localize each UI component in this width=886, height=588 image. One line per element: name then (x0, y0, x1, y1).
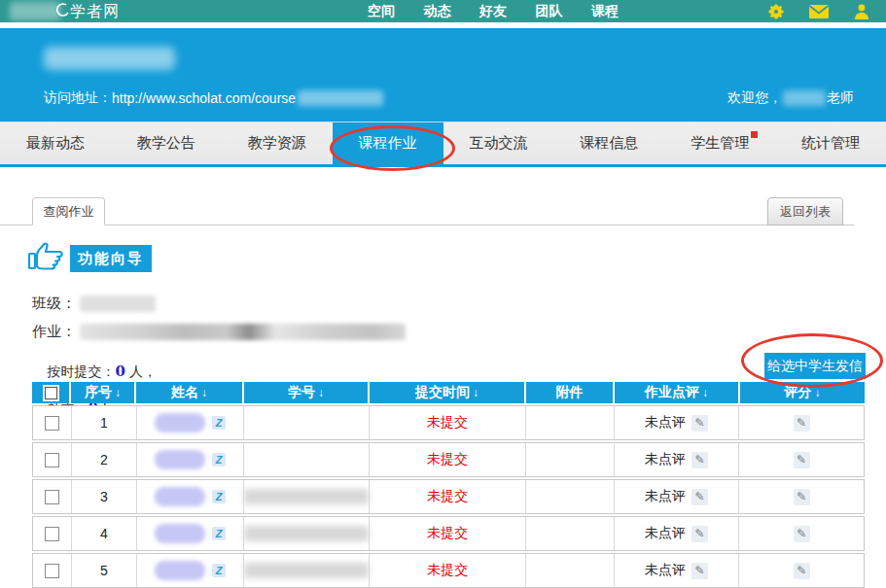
tab-interaction[interactable]: 互动交流 (443, 122, 554, 164)
divider-line (0, 225, 854, 225)
tab-announcements[interactable]: 教学公告 (111, 122, 222, 164)
site-brand[interactable]: 学者网 (70, 2, 120, 22)
logo-blurred (10, 2, 60, 20)
notification-badge (751, 131, 758, 138)
message-icon[interactable]: Z (212, 564, 226, 577)
name-cell: Z (137, 517, 245, 550)
header-attachment[interactable]: 附件 (526, 382, 615, 403)
sort-arrow-icon: ↓ (702, 386, 708, 399)
header-no[interactable]: 序号↓ (71, 382, 136, 403)
table-row: 4 Z 未提交 未点评✎ ✎ (32, 516, 865, 551)
student-id-blurred (244, 526, 369, 541)
header-student-id[interactable]: 学号↓ (244, 382, 370, 403)
row-checkbox[interactable] (45, 527, 59, 541)
name-cell: Z (137, 406, 245, 439)
course-title-blurred (44, 47, 175, 70)
teacher-name-blurred (783, 90, 826, 106)
select-all-checkbox[interactable] (45, 387, 57, 399)
student-id-cell (244, 554, 370, 587)
tab-course-info[interactable]: 课程信息 (553, 122, 664, 164)
student-name-blurred (155, 450, 205, 469)
score-cell: ✎ (739, 554, 864, 587)
subtab-review-homework[interactable]: 查阅作业 (32, 197, 105, 225)
row-no: 2 (72, 443, 137, 476)
submit-status: 未提交 (370, 480, 526, 513)
message-icon[interactable]: Z (212, 453, 226, 467)
edit-comment-icon[interactable]: ✎ (691, 452, 708, 468)
header-name[interactable]: 姓名↓ (136, 382, 244, 403)
header-score[interactable]: 评分↓ (740, 382, 865, 403)
nav-item-friends[interactable]: 好友 (479, 3, 507, 20)
edit-score-icon[interactable]: ✎ (794, 415, 810, 432)
row-checkbox[interactable] (45, 416, 59, 431)
pointing-hand-icon (27, 241, 66, 278)
ontime-label: 按时提交： (48, 363, 116, 379)
message-icon[interactable]: Z (212, 490, 226, 503)
name-cell: Z (137, 443, 245, 476)
comment-cell: 未点评✎ (615, 406, 740, 439)
name-cell: Z (137, 554, 245, 587)
nav-item-space[interactable]: 空间 (368, 3, 395, 20)
name-cell: Z (137, 480, 245, 513)
edit-score-icon[interactable]: ✎ (794, 489, 810, 505)
comment-cell: 未点评✎ (615, 480, 740, 513)
course-tab-bar: 最新动态 教学公告 教学资源 课程作业 互动交流 课程信息 学生管理 统计管理 (0, 121, 886, 167)
comment-cell: 未点评✎ (615, 443, 740, 476)
header-comment[interactable]: 作业点评↓ (615, 382, 740, 403)
top-nav-menu: 空间 动态 好友 团队 课程 (368, 0, 619, 22)
tab-resources[interactable]: 教学资源 (222, 122, 333, 164)
student-name-blurred (155, 524, 205, 543)
edit-comment-icon[interactable]: ✎ (691, 415, 708, 432)
edit-score-icon[interactable]: ✎ (794, 526, 810, 542)
feature-guide-button[interactable]: 功能向导 (70, 245, 152, 272)
row-no: 1 (72, 406, 137, 439)
student-name-blurred (155, 413, 205, 432)
row-checkbox[interactable] (45, 564, 59, 578)
homework-label: 作业： (32, 323, 76, 341)
sort-arrow-icon: ↓ (318, 386, 324, 399)
visit-address-label: 访问地址： (44, 89, 112, 107)
score-cell: ✎ (739, 517, 864, 550)
tab-homework[interactable]: 课程作业 (333, 122, 443, 164)
submit-status: 未提交 (370, 517, 526, 550)
nav-item-teams[interactable]: 团队 (536, 3, 563, 20)
mail-icon[interactable] (807, 2, 831, 21)
nav-item-feed[interactable]: 动态 (424, 3, 451, 20)
student-id-cell (244, 480, 370, 513)
row-no: 3 (72, 480, 137, 513)
edit-score-icon[interactable]: ✎ (794, 452, 810, 468)
nav-item-courses[interactable]: 课程 (591, 3, 619, 20)
url-suffix-blurred (298, 90, 383, 106)
course-header: 访问地址： http://www.scholat.com/course 欢迎您，… (0, 28, 886, 121)
welcome-suffix: 老师 (827, 89, 854, 107)
message-icon[interactable]: Z (212, 416, 226, 430)
gear-icon[interactable] (764, 2, 788, 21)
homework-row: 作业： (32, 323, 406, 341)
row-no: 5 (72, 554, 137, 587)
row-checkbox[interactable] (45, 490, 59, 504)
homework-title-blurred (80, 324, 406, 340)
row-checkbox[interactable] (45, 453, 59, 467)
submit-status: 未提交 (370, 406, 526, 439)
tab-student-management[interactable]: 学生管理 (664, 122, 775, 164)
page: 学者网 空间 动态 好友 团队 课程 访问地址： http://www.scho… (0, 0, 886, 588)
table-row: 1 Z 未提交 未点评✎ ✎ (32, 405, 865, 440)
header-submit-time[interactable]: 提交时间↓ (370, 382, 526, 403)
user-icon[interactable] (850, 2, 873, 21)
back-to-list-button[interactable]: 返回列表 (767, 197, 843, 225)
edit-comment-icon[interactable]: ✎ (691, 526, 708, 542)
visit-address-url: http://www.scholat.com/course (112, 90, 296, 106)
score-cell: ✎ (739, 443, 864, 476)
tab-statistics[interactable]: 统计管理 (775, 122, 886, 164)
sort-arrow-icon: ↓ (473, 386, 478, 399)
attachment-cell (526, 480, 615, 513)
edit-score-icon[interactable]: ✎ (794, 563, 810, 579)
edit-comment-icon[interactable]: ✎ (691, 563, 708, 579)
message-icon[interactable]: Z (212, 527, 226, 540)
class-name-blurred (80, 295, 156, 312)
student-name-blurred (155, 487, 205, 506)
tab-latest-news[interactable]: 最新动态 (0, 122, 111, 164)
send-message-to-students-button[interactable]: 给选中学生发信 (764, 353, 866, 379)
edit-comment-icon[interactable]: ✎ (691, 489, 708, 505)
logo-swirl-icon (56, 3, 70, 22)
